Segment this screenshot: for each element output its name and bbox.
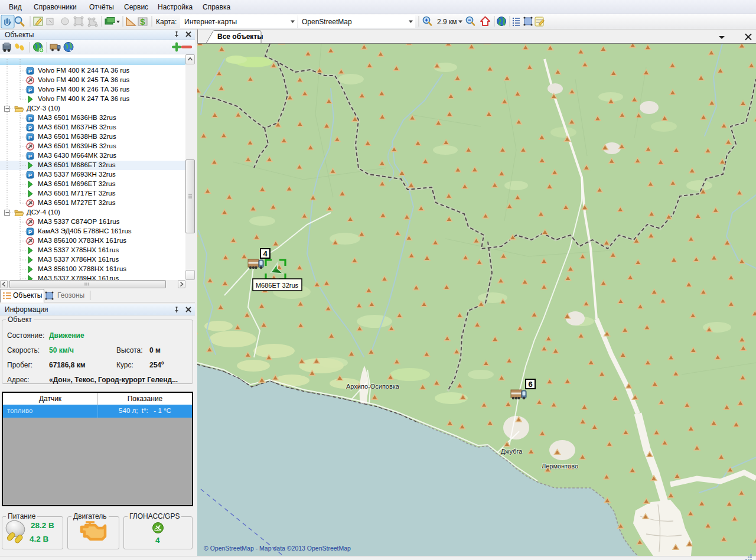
svg-text:2.9 км: 2.9 км xyxy=(437,18,457,26)
svg-text:$: $ xyxy=(140,17,145,27)
svg-text:P: P xyxy=(28,134,32,141)
svg-text:P: P xyxy=(28,87,32,93)
svg-text:Карта:: Карта: xyxy=(156,18,177,26)
svg-text:P: P xyxy=(28,125,32,131)
svg-text:P: P xyxy=(28,229,32,235)
svg-text:P: P xyxy=(28,68,32,74)
svg-text:М686ЕТ 32rus: М686ЕТ 32rus xyxy=(256,282,299,289)
svg-text:OpenStreetMap: OpenStreetMap xyxy=(302,18,352,26)
svg-text:4: 4 xyxy=(263,249,268,258)
svg-text:P: P xyxy=(28,115,32,122)
svg-text:Архипо-Осиповка: Архипо-Осиповка xyxy=(346,383,400,390)
svg-text:© OpenStreetMap - Map data ©20: © OpenStreetMap - Map data ©2013 OpenStr… xyxy=(204,545,351,552)
svg-text:Джубга: Джубга xyxy=(501,448,523,455)
svg-text:Лермонтово: Лермонтово xyxy=(542,463,578,470)
svg-text:P: P xyxy=(28,172,32,178)
svg-text:6: 6 xyxy=(528,380,532,389)
svg-text:P: P xyxy=(28,153,32,159)
svg-text:Интернет-карты: Интернет-карты xyxy=(184,18,237,26)
